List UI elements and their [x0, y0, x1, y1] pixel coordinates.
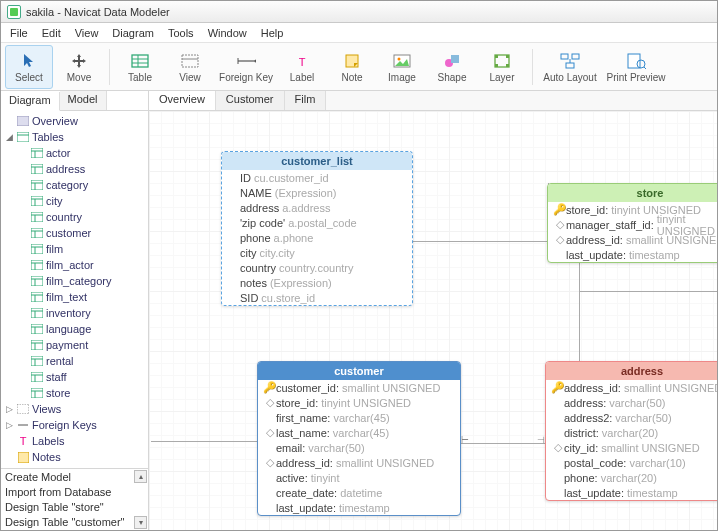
menu-tools[interactable]: Tools	[161, 25, 201, 41]
diagram-canvas[interactable]: ⊢ ⊣ customer_list IDcu.customer_idNAME(E…	[149, 111, 717, 530]
tree-labels[interactable]: TLabels	[1, 433, 148, 449]
menu-help[interactable]: Help	[254, 25, 291, 41]
menu-window[interactable]: Window	[201, 25, 254, 41]
printpreview-button[interactable]: Print Preview	[603, 45, 669, 89]
entity-customer-list[interactable]: customer_list IDcu.customer_idNAME(Expre…	[221, 151, 413, 306]
entity-field: address:varchar(50)	[546, 395, 717, 410]
tree-table-customer[interactable]: customer	[1, 225, 148, 241]
svg-rect-42	[31, 212, 43, 222]
layer-icon	[492, 51, 512, 71]
table-icon	[30, 163, 44, 175]
history-item[interactable]: Design Table "store"	[1, 499, 148, 514]
entity-title: address	[546, 362, 717, 380]
svg-rect-4	[182, 55, 198, 67]
key-icon: 🔑	[554, 203, 566, 216]
svg-rect-78	[17, 404, 29, 414]
tree-notes[interactable]: Notes	[1, 449, 148, 465]
history-item[interactable]: Import from Database	[1, 484, 148, 499]
tree-table-store[interactable]: store	[1, 385, 148, 401]
tree-table-city[interactable]: city	[1, 193, 148, 209]
overview-icon	[16, 115, 30, 127]
tree-table-film[interactable]: film	[1, 241, 148, 257]
tab-overview[interactable]: Overview	[149, 91, 216, 110]
tree-overview[interactable]: Overview	[1, 113, 148, 129]
entity-field: ◇manager_staff_id:tinyint UNSIGNED	[548, 217, 717, 232]
tree-fkeys[interactable]: ▷Foreign Keys	[1, 417, 148, 433]
tree-tables[interactable]: ◢Tables	[1, 129, 148, 145]
svg-rect-18	[495, 64, 498, 67]
app-icon	[7, 5, 21, 19]
image-button[interactable]: Image	[378, 45, 426, 89]
menu-view[interactable]: View	[68, 25, 106, 41]
tree-table-payment[interactable]: payment	[1, 337, 148, 353]
tree-views[interactable]: ▷Views	[1, 401, 148, 417]
entity-address[interactable]: address 🔑address_id:smallint UNSIGNEDadd…	[545, 361, 717, 501]
svg-text:T: T	[20, 435, 27, 447]
canvas-area: Overview Customer Film ⊢ ⊣ customer_list…	[149, 91, 717, 530]
entity-title: customer_list	[222, 152, 412, 170]
svg-rect-16	[495, 55, 498, 58]
scroll-down-icon[interactable]: ▾	[134, 516, 147, 529]
tree-table-staff[interactable]: staff	[1, 369, 148, 385]
history-item[interactable]: Create Model	[1, 469, 148, 484]
toolbar-separator	[109, 49, 110, 85]
entity-field: email:varchar(50)	[258, 440, 460, 455]
table-icon	[30, 387, 44, 399]
entity-field: ◇last_name:varchar(45)	[258, 425, 460, 440]
svg-rect-33	[31, 164, 43, 174]
tree-table-rental[interactable]: rental	[1, 353, 148, 369]
note-button[interactable]: Note	[328, 45, 376, 89]
entity-field: create_date:datetime	[258, 485, 460, 500]
foreignkey-button[interactable]: Foreign Key	[216, 45, 276, 89]
tree-table-address[interactable]: address	[1, 161, 148, 177]
layer-button[interactable]: Layer	[478, 45, 526, 89]
tree-table-film_actor[interactable]: film_actor	[1, 257, 148, 273]
label-button[interactable]: T Label	[278, 45, 326, 89]
menu-edit[interactable]: Edit	[35, 25, 68, 41]
canvas-tabs: Overview Customer Film	[149, 91, 717, 111]
key-icon: 🔑	[264, 381, 276, 394]
svg-text:T: T	[299, 56, 306, 68]
entity-field: active:tinyint	[258, 470, 460, 485]
table-button[interactable]: Table	[116, 45, 164, 89]
menu-diagram[interactable]: Diagram	[105, 25, 161, 41]
svg-rect-39	[31, 196, 43, 206]
tab-film[interactable]: Film	[285, 91, 327, 110]
svg-rect-17	[506, 55, 509, 58]
tree-table-category[interactable]: category	[1, 177, 148, 193]
autolayout-button[interactable]: Auto Layout	[539, 45, 601, 89]
move-button[interactable]: Move	[55, 45, 103, 89]
history-item[interactable]: Design Table "customer"	[1, 514, 148, 529]
shape-button[interactable]: Shape	[428, 45, 476, 89]
label-icon: T	[292, 51, 312, 71]
svg-rect-21	[572, 54, 579, 59]
tab-customer[interactable]: Customer	[216, 91, 285, 110]
entity-field: notes(Expression)	[222, 275, 412, 290]
svg-rect-60	[31, 308, 43, 318]
entity-store[interactable]: store 🔑store_id:tinyint UNSIGNED◇manager…	[547, 183, 717, 263]
scroll-up-icon[interactable]: ▴	[134, 470, 147, 483]
tree-table-film_text[interactable]: film_text	[1, 289, 148, 305]
entity-field: NAME(Expression)	[222, 185, 412, 200]
svg-rect-20	[561, 54, 568, 59]
autolayout-icon	[560, 51, 580, 71]
tab-diagram[interactable]: Diagram	[1, 92, 60, 111]
tree-table-film_category[interactable]: film_category	[1, 273, 148, 289]
table-icon	[30, 323, 44, 335]
labels-icon: T	[16, 435, 30, 447]
select-button[interactable]: Select	[5, 45, 53, 89]
svg-rect-69	[31, 356, 43, 366]
svg-rect-28	[17, 132, 29, 142]
tree-table-country[interactable]: country	[1, 209, 148, 225]
svg-point-12	[398, 57, 401, 60]
svg-rect-30	[31, 148, 43, 158]
tree-table-actor[interactable]: actor	[1, 145, 148, 161]
entity-customer[interactable]: customer 🔑customer_id:smallint UNSIGNED◇…	[257, 361, 461, 516]
foreignkey-icon	[236, 51, 256, 71]
tree-table-inventory[interactable]: inventory	[1, 305, 148, 321]
image-icon	[392, 51, 412, 71]
view-button[interactable]: View	[166, 45, 214, 89]
menu-file[interactable]: File	[3, 25, 35, 41]
tab-model[interactable]: Model	[60, 91, 107, 110]
tree-table-language[interactable]: language	[1, 321, 148, 337]
